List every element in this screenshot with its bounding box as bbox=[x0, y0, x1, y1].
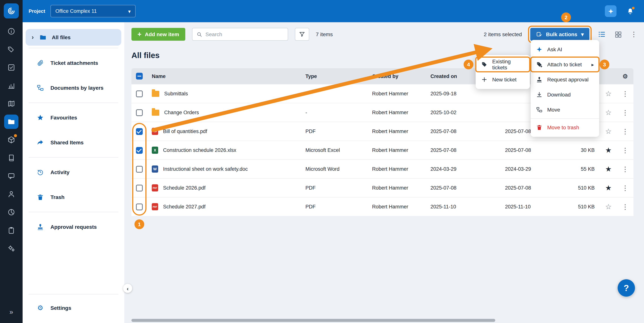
person-icon bbox=[7, 190, 16, 198]
row-menu-icon[interactable]: ⋮ bbox=[622, 109, 628, 116]
horizontal-scrollbar[interactable] bbox=[132, 319, 495, 322]
menu-item-ask-ai[interactable]: Ask AI bbox=[531, 42, 599, 57]
sidebar-item-documents-by-layers[interactable]: Documents by layers bbox=[22, 75, 124, 100]
sidebar-item-all-files[interactable]: › All files bbox=[26, 29, 121, 46]
sidebar-item-shared-items[interactable]: Shared Items bbox=[22, 130, 124, 155]
table-row[interactable]: Instructional sheet on work safety.doc M… bbox=[132, 159, 634, 178]
table-row[interactable]: Construction schedule 2026.xlsx Microsof… bbox=[132, 141, 634, 159]
row-checkbox[interactable] bbox=[136, 128, 143, 135]
row-checkbox[interactable] bbox=[136, 109, 143, 116]
search-input[interactable] bbox=[206, 31, 284, 37]
annotation-badge-2: 2 bbox=[561, 13, 571, 22]
sidebar-item-activity[interactable]: Activity bbox=[22, 160, 124, 185]
table-settings-gear-icon[interactable]: ⚙ bbox=[622, 73, 628, 79]
rail-item-clipboard[interactable] bbox=[4, 223, 18, 237]
menu-item-download[interactable]: Download bbox=[531, 87, 599, 102]
project-selector[interactable]: Office Complex 11 ▾ bbox=[50, 5, 136, 17]
favourite-star-icon[interactable]: ☆ bbox=[605, 109, 612, 116]
file-name[interactable]: Instructional sheet on work safety.doc bbox=[163, 166, 248, 172]
notifications-button[interactable] bbox=[626, 7, 634, 15]
sidebar-item-trash[interactable]: Trash bbox=[22, 185, 124, 210]
row-menu-icon[interactable]: ⋮ bbox=[622, 146, 628, 154]
toolbar-more-menu[interactable]: ⋮ bbox=[630, 31, 637, 38]
rail-expand-button[interactable]: » bbox=[4, 305, 18, 319]
cell-created-by: Robert Hammer bbox=[372, 91, 430, 97]
table-row[interactable]: Schedule 2026.pdf PDF Robert Hammer 2025… bbox=[132, 178, 634, 197]
sidebar-item-label: All files bbox=[52, 34, 70, 40]
submenu-item-new-ticket[interactable]: New ticket bbox=[476, 72, 530, 87]
row-menu-icon[interactable]: ⋮ bbox=[622, 90, 628, 97]
table-row[interactable]: Schedule 2027.pdf PDF Robert Hammer 2025… bbox=[132, 197, 634, 216]
app-logo[interactable] bbox=[4, 4, 19, 19]
sidebar-item-settings[interactable]: ⚙ Settings bbox=[22, 297, 124, 319]
row-checkbox[interactable] bbox=[136, 203, 143, 210]
cell-created-by: Robert Hammer bbox=[372, 147, 430, 153]
submenu-item-existing-tickets[interactable]: Existing tickets bbox=[476, 57, 530, 72]
menu-item-request-approval[interactable]: Request approval bbox=[531, 72, 599, 87]
ai-assistant-button[interactable] bbox=[605, 5, 616, 17]
rail-item-tags[interactable] bbox=[4, 42, 18, 57]
sidebar-item-label: Shared Items bbox=[50, 139, 84, 145]
rail-item-info[interactable] bbox=[4, 24, 18, 39]
star-icon bbox=[36, 114, 44, 121]
add-new-item-button[interactable]: + Add new item bbox=[132, 28, 185, 41]
grid-view-toggle[interactable] bbox=[614, 30, 622, 38]
favourite-star-icon[interactable]: ☆ bbox=[605, 90, 612, 98]
map-icon bbox=[7, 100, 16, 108]
clipboard-icon bbox=[7, 226, 16, 234]
list-view-toggle[interactable] bbox=[598, 30, 606, 39]
pie-chart-icon bbox=[7, 208, 16, 216]
sidebar-item-ticket-attachments[interactable]: Ticket attachments bbox=[22, 51, 124, 75]
file-name[interactable]: Submittals bbox=[164, 91, 188, 97]
column-header-type[interactable]: Type bbox=[306, 73, 372, 79]
menu-item-move[interactable]: Move bbox=[531, 102, 599, 117]
rail-item-forms[interactable] bbox=[4, 60, 18, 75]
row-checkbox[interactable] bbox=[136, 166, 143, 172]
file-name[interactable]: Schedule 2026.pdf bbox=[163, 185, 206, 191]
select-all-checkbox[interactable] bbox=[136, 73, 143, 80]
project-name: Office Complex 11 bbox=[55, 8, 97, 14]
rail-item-plans[interactable] bbox=[4, 97, 18, 111]
rail-item-reports[interactable] bbox=[4, 205, 18, 219]
row-menu-icon[interactable]: ⋮ bbox=[622, 128, 628, 135]
menu-item-move-to-trash[interactable]: Move to trash bbox=[531, 120, 599, 135]
column-header-name[interactable]: Name bbox=[147, 73, 306, 79]
file-name[interactable]: Schedule 2027.pdf bbox=[163, 204, 206, 210]
row-menu-icon[interactable]: ⋮ bbox=[622, 184, 628, 192]
menu-item-attach-to-ticket[interactable]: Attach to ticket ▸ bbox=[531, 57, 599, 72]
rail-item-models[interactable] bbox=[4, 133, 18, 147]
row-menu-icon[interactable]: ⋮ bbox=[622, 165, 628, 173]
sidebar-item-label: Ticket attachments bbox=[50, 60, 98, 66]
row-checkbox[interactable] bbox=[136, 184, 143, 191]
bulk-actions-button[interactable]: Bulk actions ▾ bbox=[530, 28, 590, 41]
file-name[interactable]: Construction schedule 2026.xlsx bbox=[163, 147, 236, 153]
sidebar-collapse-button[interactable]: ‹ bbox=[123, 284, 132, 293]
favourite-star-icon[interactable]: ★ bbox=[605, 184, 612, 192]
rail-item-files[interactable] bbox=[4, 115, 18, 129]
rail-item-statistics[interactable] bbox=[4, 78, 18, 93]
favourite-star-icon[interactable]: ☆ bbox=[605, 127, 612, 135]
history-icon bbox=[36, 168, 44, 176]
file-name[interactable]: Change Orders bbox=[164, 110, 199, 115]
sidebar-item-approval-requests[interactable]: Approval requests bbox=[22, 214, 124, 239]
rail-item-automation[interactable] bbox=[4, 241, 18, 255]
rail-item-library[interactable] bbox=[4, 151, 18, 165]
sidebar-item-favourites[interactable]: Favourites bbox=[22, 105, 124, 130]
help-button[interactable]: ? bbox=[618, 279, 635, 297]
row-checkbox[interactable] bbox=[136, 90, 143, 97]
search-box[interactable] bbox=[192, 28, 288, 41]
row-menu-icon[interactable]: ⋮ bbox=[622, 203, 628, 210]
rail-item-comments[interactable] bbox=[4, 169, 18, 183]
cell-type: - bbox=[306, 91, 372, 97]
rail-item-contacts[interactable] bbox=[4, 187, 18, 201]
favourite-star-icon[interactable]: ★ bbox=[605, 146, 612, 154]
favourite-star-icon[interactable]: ☆ bbox=[605, 203, 612, 211]
file-name[interactable]: Bill of quantities.pdf bbox=[163, 129, 207, 134]
folder-icon bbox=[152, 91, 159, 97]
menu-item-label: Existing tickets bbox=[492, 58, 524, 71]
row-checkbox[interactable] bbox=[136, 147, 143, 154]
column-header-created-by[interactable]: Created by bbox=[372, 73, 430, 79]
filter-button[interactable] bbox=[295, 28, 309, 41]
favourite-star-icon[interactable]: ★ bbox=[605, 165, 612, 173]
cell-created-on: 2025-07-08 bbox=[430, 147, 505, 153]
